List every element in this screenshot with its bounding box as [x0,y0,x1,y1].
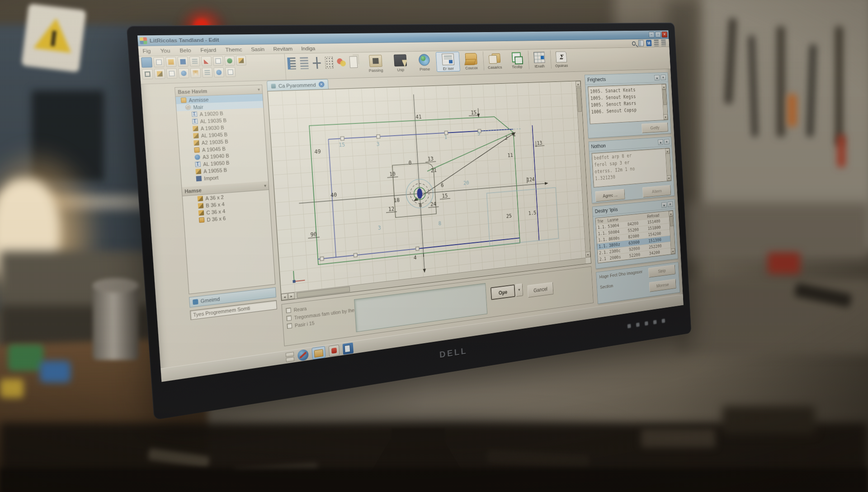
metal-canister [93,284,139,360]
m-badge-icon[interactable]: M [646,40,651,46]
agree-button[interactable]: Agrec ... [595,189,625,202]
close-icon[interactable] [660,75,666,80]
cancel-button[interactable]: Gancel [527,282,553,298]
open-folder-icon[interactable] [165,57,177,67]
tree-rows: Anmisse Mair A 19020 B [176,94,268,184]
bench-edge [0,468,868,492]
toolbar-button[interactable]: Prene [412,52,437,72]
dimension-label: 24 [430,201,437,207]
tab-close-icon[interactable] [318,81,325,87]
dot-grid-icon[interactable] [323,56,335,70]
scroll-up-icon[interactable]: ▲ [669,211,673,217]
getfy-button[interactable]: Getfy [642,123,668,133]
dimension-label: 11 [507,152,513,158]
checkbox[interactable] [286,315,292,321]
toolbar-button[interactable]: Er iser [436,52,460,72]
print-icon[interactable] [189,57,200,67]
browser-sphere-icon[interactable] [297,349,309,361]
scroll-down-icon[interactable]: ▼ [663,114,668,120]
checkbox[interactable] [287,323,292,329]
toolbar-button[interactable]: Ticobp [505,50,528,70]
panels-icon[interactable] [638,40,644,47]
pin-icon[interactable] [661,202,667,208]
scroll-up-icon[interactable]: ▲ [665,148,670,154]
menu-item[interactable]: Belo [179,47,191,53]
toolbar-button[interactable]: IEnath [528,50,551,70]
tree-row-icon [199,217,205,223]
undo-icon[interactable] [224,56,235,66]
circle-tool-icon[interactable] [178,68,189,79]
help-book-icon[interactable] [343,342,354,355]
projects-list[interactable]: 1005. Sanact Keats1005. Senout Kegss1005… [588,84,668,124]
list-blue-icon[interactable] [286,57,297,71]
menu-item[interactable]: Themc [225,47,242,52]
descriptions-table[interactable]: TrieLanme Reforad 1.1. 53004 84200 [595,210,676,264]
close-button[interactable] [662,32,668,38]
menu-item[interactable]: Indiga [301,46,316,52]
text-scrollbar[interactable]: ▲ ▼ [665,148,671,181]
burger-icon[interactable] [661,40,666,46]
rectangle-tool-icon[interactable] [166,68,178,79]
sketch-canvas[interactable]: 4115491531521131101321106201244015182412… [268,81,585,293]
tool-box [641,429,716,448]
toolbar-button[interactable]: Coucox [459,51,483,71]
list-plain-icon[interactable] [298,56,310,70]
minimize-button[interactable] [649,32,655,38]
alter-button[interactable]: Altern [642,185,671,198]
menu-item[interactable]: Sasin [251,46,265,52]
scroll-up-icon[interactable]: ▲ [661,84,666,90]
scroll-down-icon[interactable]: ▼ [667,175,671,181]
new-doc-icon[interactable] [153,57,165,67]
notion-text-area[interactable]: bedfot arp 8 erferol sap 3 eroterss. I2m… [591,148,671,188]
pointer-icon[interactable] [142,69,153,79]
zoom-out-icon[interactable] [225,67,236,77]
venn-shapes-icon[interactable] [336,56,347,69]
scroll-left-icon[interactable]: ◄ [281,293,288,300]
menu-item[interactable]: Revitam [273,46,292,52]
draw-pencil-icon[interactable] [154,69,165,79]
scroll-right-icon[interactable]: ► [288,293,295,300]
close-icon[interactable] [667,201,673,207]
scroll-down-icon[interactable]: ▼ [671,248,675,254]
plus-cross-icon[interactable] [311,56,323,70]
search-icon[interactable] [632,41,636,46]
file-manager-icon[interactable] [311,346,326,360]
dimension-label: 20 [463,180,469,186]
close-icon[interactable] [664,139,670,145]
quick-launch-toggles[interactable] [286,352,294,362]
osd-buttons[interactable] [627,319,665,328]
tree-row-icon [193,140,199,146]
recorder-icon[interactable] [329,344,340,356]
dimension-label: 41 [415,114,422,120]
toolbar-button[interactable]: Casarics [483,51,506,71]
dimension-tool-icon[interactable] [190,68,201,78]
maximize-button[interactable] [655,32,661,38]
cut-icon[interactable] [201,56,212,66]
grid-toggle-icon[interactable] [202,67,213,78]
list-icon[interactable] [654,40,659,46]
menu-item[interactable]: You [160,48,170,54]
checkbox[interactable] [286,308,291,313]
toolbar-button[interactable]: Usp [387,52,413,73]
menu-item[interactable]: Fejard [200,47,217,53]
dell-logo: DELL [439,345,467,360]
save-icon[interactable] [177,57,189,67]
scroll-up-icon[interactable]: ▲ [576,81,581,87]
pencil-icon[interactable] [236,56,246,66]
open-dropdown-button[interactable]: ▼ [515,284,523,297]
green-part [8,345,43,371]
toolbar-button[interactable]: Opoinas [550,50,572,69]
menu-item[interactable]: Fig [142,48,151,54]
file-button-icon[interactable] [141,57,152,68]
pin-icon[interactable] [654,75,660,80]
dimension-label: 49 [314,148,321,155]
toolbar-button-label: Passing [364,67,388,73]
scroll-down-icon[interactable]: ▼ [585,251,590,258]
workbench-right [677,279,868,354]
paper-stack-icon[interactable] [348,55,359,69]
pin-icon[interactable] [658,139,663,145]
list-scrollbar[interactable]: ▲ ▼ [661,84,668,120]
zoom-in-icon[interactable] [213,67,224,78]
paste-icon[interactable] [213,56,224,66]
toolbar-button[interactable]: Passing [363,53,389,74]
